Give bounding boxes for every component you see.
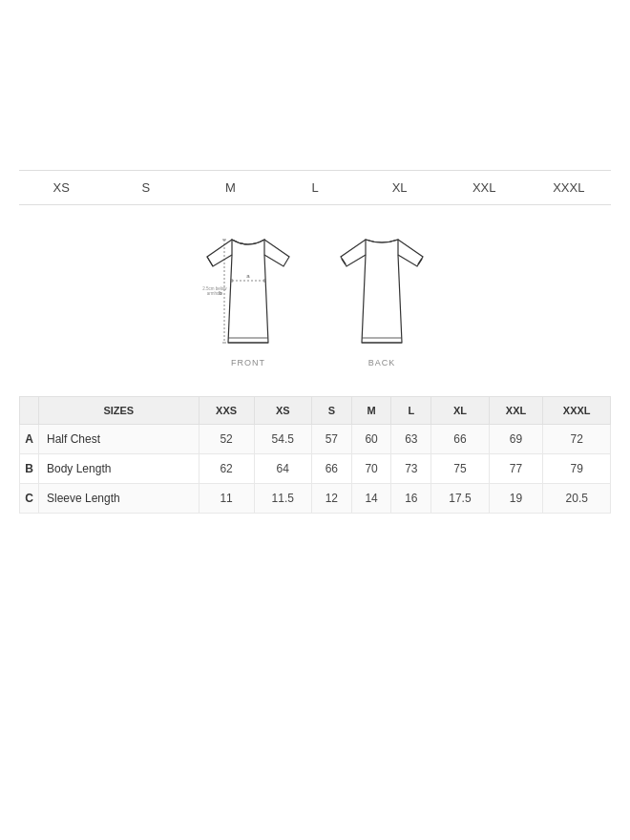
- svg-line-15: [342, 259, 346, 264]
- measurement-value: 60: [351, 425, 391, 454]
- table-row: BBody Length6264667073757779: [20, 454, 611, 484]
- col-letter-header: [20, 397, 39, 425]
- measurement-value: 66: [431, 425, 489, 454]
- measurement-value: 79: [543, 454, 611, 484]
- measurement-value: 11.5: [254, 484, 311, 514]
- col-l-header: L: [391, 397, 431, 425]
- sizes-header-row: XSSMLXLXXLXXXL: [19, 170, 611, 205]
- measurement-value: 64: [254, 454, 311, 484]
- measurement-value: 70: [351, 454, 391, 484]
- svg-text:armhole: armhole: [207, 291, 223, 296]
- col-xl-header: XL: [431, 397, 489, 425]
- row-letter: A: [20, 425, 39, 454]
- measurement-value: 57: [311, 425, 351, 454]
- size-header-item: XS: [19, 180, 104, 195]
- col-s-header: S: [311, 397, 351, 425]
- measurement-value: 20.5: [543, 484, 611, 514]
- measurement-name: Half Chest: [39, 425, 200, 454]
- measurement-value: 52: [199, 425, 254, 454]
- size-header-item: L: [273, 180, 358, 195]
- back-label: BACK: [368, 358, 396, 368]
- col-xs-header: XS: [254, 397, 311, 425]
- measurement-value: 16: [391, 484, 431, 514]
- measurement-value: 19: [489, 484, 543, 514]
- measurement-value: 75: [431, 454, 489, 484]
- shirt-back: BACK: [329, 228, 434, 368]
- row-letter: B: [20, 454, 39, 484]
- size-header-item: XL: [357, 180, 442, 195]
- measurement-value: 72: [543, 425, 611, 454]
- shirt-diagram: a b 2.5cm below armhole FRONT: [19, 228, 611, 368]
- measurement-value: 62: [199, 454, 254, 484]
- svg-line-16: [418, 259, 422, 264]
- svg-line-0: [207, 257, 213, 266]
- table-row: CSleeve Length1111.512141617.51920.5: [20, 484, 611, 514]
- table-body: AHalf Chest5254.5576063666972BBody Lengt…: [20, 425, 611, 514]
- size-table: SIZES XXS XS S M L XL XXL XXXL AHalf Che…: [19, 396, 611, 514]
- measurement-name: Sleeve Length: [39, 484, 200, 514]
- svg-text:a: a: [246, 273, 250, 279]
- measurement-value: 12: [311, 484, 351, 514]
- col-xxl-header: XXL: [489, 397, 543, 425]
- size-header-item: XXL: [442, 180, 527, 195]
- table-header: SIZES XXS XS S M L XL XXL XXXL: [20, 397, 611, 425]
- measurement-value: 77: [489, 454, 543, 484]
- measurement-value: 17.5: [431, 484, 489, 514]
- table-row: AHalf Chest5254.5576063666972: [20, 425, 611, 454]
- col-xxxl-header: XXXL: [543, 397, 611, 425]
- size-header-item: S: [104, 180, 189, 195]
- shirt-front: a b 2.5cm below armhole FRONT: [196, 228, 301, 368]
- measurement-value: 54.5: [254, 425, 311, 454]
- measurement-value: 14: [351, 484, 391, 514]
- measurement-value: 69: [489, 425, 543, 454]
- size-header-item: XXXL: [526, 180, 611, 195]
- measurement-value: 11: [199, 484, 254, 514]
- front-label: FRONT: [231, 358, 265, 368]
- measurement-name: Body Length: [39, 454, 200, 484]
- col-m-header: M: [351, 397, 391, 425]
- row-letter: C: [20, 484, 39, 514]
- col-xxs-header: XXS: [199, 397, 254, 425]
- col-sizes-header: SIZES: [39, 397, 200, 425]
- measurement-value: 63: [391, 425, 431, 454]
- size-header-item: M: [188, 180, 273, 195]
- measurement-value: 66: [311, 454, 351, 484]
- measurement-value: 73: [391, 454, 431, 484]
